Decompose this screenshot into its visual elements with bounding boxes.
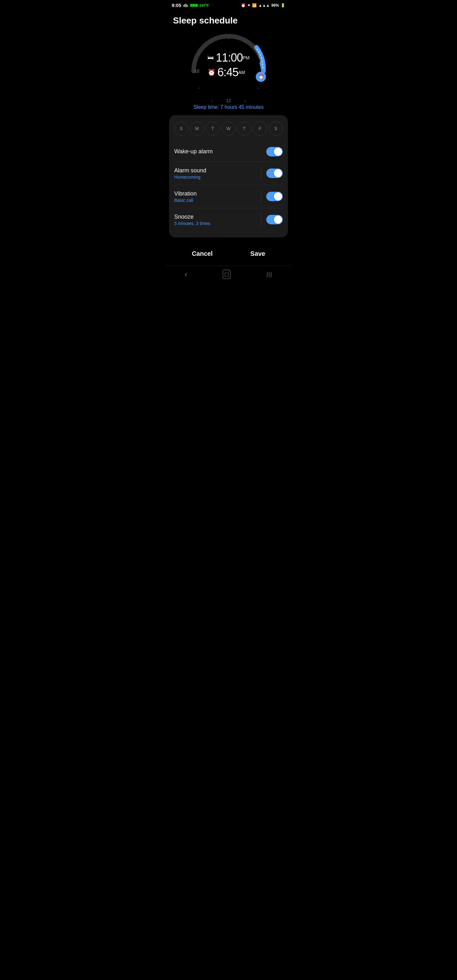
dial-label-6: 6 — [258, 54, 261, 59]
dial-label-12: 12 — [226, 98, 231, 103]
battery-percent: 96% — [271, 3, 279, 8]
day-selector: S M T W T F S — [174, 121, 283, 135]
status-right: ⏰ ✦ 📶 ▲▲▲ 96% 🔋 — [241, 3, 285, 8]
snooze-toggle-knob — [274, 215, 282, 224]
wakeup-alarm-toggle[interactable] — [266, 147, 283, 156]
page-header: Sleep schedule — [167, 9, 290, 29]
day-friday[interactable]: F — [253, 121, 267, 135]
clock-container: ⏰ 18 6 12 🛏 11:00PM ⏰ 6:45AM — [167, 29, 290, 102]
status-bar: 9:05 ▮▮▮▮ 107°F ⏰ ✦ 📶 ▲▲▲ 96% 🔋 — [167, 0, 290, 9]
clock-dial-svg: ⏰ 18 6 12 — [187, 30, 270, 103]
vibration-toggle-knob — [274, 192, 282, 200]
wakeup-alarm-label: Wake-up alarm — [174, 148, 266, 155]
day-saturday[interactable]: S — [269, 121, 283, 135]
battery-icon: 🔋 — [280, 3, 285, 8]
vibration-sublabel: Basic call — [174, 198, 261, 203]
signal-indicator: ▮▮▮▮ — [190, 3, 198, 7]
vibration-label: Vibration — [174, 191, 261, 197]
page-title: Sleep schedule — [173, 16, 284, 26]
alarm-sound-row[interactable]: Alarm sound Homecoming — [174, 162, 283, 185]
cloud-icon — [183, 3, 188, 8]
signal-icon: ▲▲▲ — [258, 3, 270, 8]
temp-indicator: 107°F — [200, 3, 209, 7]
save-button[interactable]: Save — [238, 247, 278, 261]
snooze-label-group: Snooze 5 minutes, 3 times — [174, 213, 261, 226]
alarm-sound-sublabel: Homecoming — [174, 175, 261, 180]
vibration-toggle[interactable] — [266, 192, 283, 201]
bottom-buttons: Cancel Save — [167, 240, 290, 266]
home-button[interactable]: □ — [223, 270, 231, 279]
snooze-right — [261, 213, 283, 226]
day-tuesday[interactable]: T — [205, 121, 220, 135]
dial-label-18: 18 — [194, 68, 199, 74]
alarm-status-icon: ⏰ — [241, 3, 246, 8]
wakeup-alarm-label-group: Wake-up alarm — [174, 148, 266, 156]
alarm-sound-label-group: Alarm sound Homecoming — [174, 167, 261, 180]
svg-line-5 — [245, 100, 246, 102]
cancel-button[interactable]: Cancel — [179, 247, 225, 261]
recents-button[interactable]: ||| — [267, 272, 272, 277]
day-wednesday[interactable]: W — [221, 121, 236, 135]
wifi-icon: 📶 — [252, 3, 257, 8]
svg-line-7 — [211, 100, 212, 102]
wakeup-alarm-toggle-knob — [274, 148, 282, 156]
alarm-sound-toggle[interactable] — [266, 169, 283, 178]
clock-dial-wrapper[interactable]: ⏰ 18 6 12 🛏 11:00PM ⏰ 6:45AM — [187, 30, 270, 103]
sleep-duration: Sleep time: 7 hours 45 minutes — [167, 102, 290, 115]
nav-bar: ‹ □ ||| — [167, 266, 290, 285]
status-time: 9:05 — [172, 3, 181, 8]
day-monday[interactable]: M — [190, 121, 204, 135]
wakeup-alarm-row[interactable]: Wake-up alarm — [174, 142, 283, 162]
snooze-toggle[interactable] — [266, 215, 283, 224]
alarm-sound-label: Alarm sound — [174, 167, 261, 174]
vibration-label-group: Vibration Basic call — [174, 191, 261, 203]
svg-line-4 — [257, 88, 259, 89]
day-thursday[interactable]: T — [237, 121, 252, 135]
bluetooth-icon: ✦ — [247, 3, 250, 8]
alarm-sound-toggle-knob — [274, 169, 282, 177]
snooze-sublabel: 5 minutes, 3 times — [174, 221, 261, 226]
svg-line-8 — [198, 88, 200, 89]
vibration-right — [261, 190, 283, 203]
snooze-row[interactable]: Snooze 5 minutes, 3 times — [174, 208, 283, 231]
schedule-card: S M T W T F S Wake-up alarm Alarm sound … — [169, 115, 288, 237]
back-button[interactable]: ‹ — [185, 270, 187, 278]
alarm-sound-right — [261, 167, 283, 180]
snooze-label: Snooze — [174, 213, 261, 220]
status-left: 9:05 ▮▮▮▮ 107°F — [172, 3, 209, 8]
wakeup-alarm-right — [266, 147, 283, 156]
svg-text:⏰: ⏰ — [258, 74, 264, 80]
day-sunday[interactable]: S — [174, 121, 188, 135]
vibration-row[interactable]: Vibration Basic call — [174, 185, 283, 208]
